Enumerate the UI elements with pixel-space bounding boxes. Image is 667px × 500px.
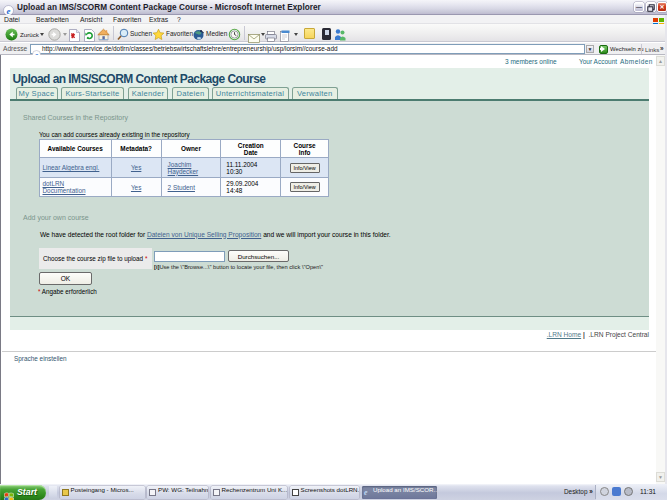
svg-text:e: e — [7, 6, 11, 16]
